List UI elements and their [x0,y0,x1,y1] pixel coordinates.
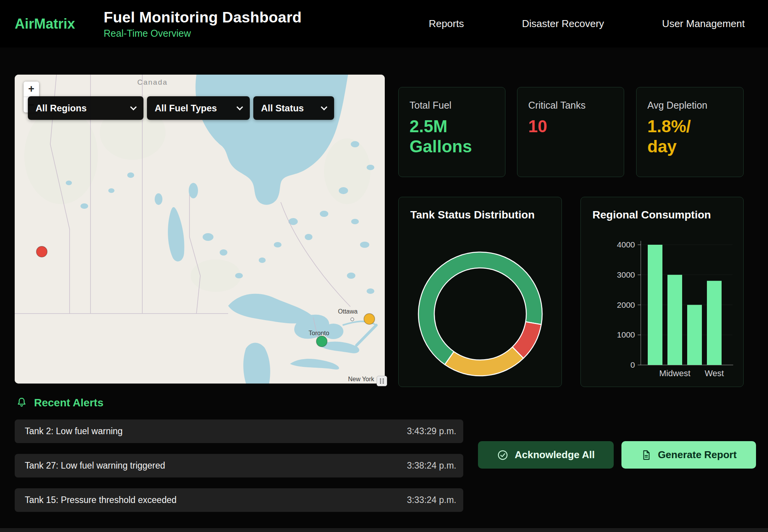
dashboard-root: AirMatrix Fuel Monitoring Dashboard Real… [0,0,768,532]
stat-label: Total Fuel [410,100,494,111]
region-filter-dropdown[interactable]: All Regions [28,96,143,120]
stat-value: 10 [528,116,600,136]
alert-timestamp: 3:43:29 p.m. [407,426,456,437]
alert-timestamp: 3:33:24 p.m. [407,495,456,505]
regional-consumption-bar-chart: 01000200030004000MidwestWest [581,234,744,387]
tank-marker-warning[interactable] [364,314,375,324]
stat-card-avg-depletion: Avg Depletion 1.8%/ day [636,87,744,177]
map-label-new-york: New York [348,376,375,382]
tank-marker-normal[interactable] [316,336,327,347]
fuel-type-filter-label: All Fuel Types [155,103,217,114]
brand-logo[interactable]: AirMatrix [15,16,75,32]
main-nav: Reports Disaster Recovery User Managemen… [429,18,768,30]
map-label-ottawa: Ottawa [338,308,358,315]
chevron-down-icon [130,104,137,110]
bar-2 [687,305,702,365]
alert-message: Tank 2: Low fuel warning [25,426,123,437]
chevron-down-icon [237,104,243,110]
stat-label: Avg Depletion [647,100,732,111]
map-panel: Canada Ottawa Toronto New York + − All R… [15,75,385,384]
title-block: Fuel Monitoring Dashboard Real-Time Over… [104,9,302,39]
nav-reports[interactable]: Reports [429,18,464,30]
map-zoom-in-button[interactable]: + [24,82,39,97]
tank-status-card: Tank Status Distribution [398,197,562,387]
grip-dots-icon [379,378,385,384]
acknowledge-all-button[interactable]: Acknowledge All [478,441,614,469]
map-filter-bar: All Regions All Fuel Types All Status [28,96,334,120]
bar-1 [667,275,682,365]
alerts-header: Recent Alerts [15,397,103,409]
tank-status-donut-chart [415,248,546,380]
nav-user-management[interactable]: User Management [662,18,745,30]
donut-segment-warning [445,347,523,376]
stat-label: Critical Tanks [528,100,613,111]
check-circle-icon [497,449,509,461]
x-tick-label: Midwest [659,368,691,378]
alert-message: Tank 27: Low fuel warning triggered [25,460,165,471]
document-icon [641,450,652,460]
map-canvas[interactable]: Canada Ottawa Toronto New York [15,75,385,384]
map-label-toronto: Toronto [309,330,329,336]
alert-message: Tank 15: Pressure threshold exceeded [25,495,177,505]
acknowledge-all-label: Acknowledge All [515,449,595,461]
ottawa-town-dot [351,318,354,321]
stat-value: 2.5M Gallons [410,116,481,157]
generate-report-label: Generate Report [658,449,737,461]
alerts-title: Recent Alerts [34,397,103,409]
status-filter-dropdown[interactable]: All Status [253,96,334,120]
y-tick-label: 0 [630,360,635,369]
tank-marker-critical[interactable] [36,246,47,257]
window-edge [0,528,768,532]
nav-disaster-recovery[interactable]: Disaster Recovery [522,18,604,30]
y-tick-label: 1000 [617,330,635,339]
fuel-type-filter-dropdown[interactable]: All Fuel Types [147,96,250,120]
alert-list-item[interactable]: Tank 2: Low fuel warning 3:43:29 p.m. [15,419,463,443]
bell-icon [15,397,28,409]
y-tick-label: 2000 [617,300,635,309]
stat-card-critical-tanks: Critical Tanks 10 [517,87,624,177]
alert-list-item[interactable]: Tank 15: Pressure threshold exceeded 3:3… [15,488,463,512]
alert-list-item[interactable]: Tank 27: Low fuel warning triggered 3:38… [15,454,463,477]
resize-grip[interactable] [377,376,387,386]
header: AirMatrix Fuel Monitoring Dashboard Real… [0,0,768,48]
bar-0 [648,245,662,365]
page-title: Fuel Monitoring Dashboard [104,9,302,26]
x-tick-label: West [705,368,724,378]
alert-timestamp: 3:38:24 p.m. [407,460,456,471]
chevron-down-icon [321,104,328,110]
chart-title: Regional Consumption [581,197,743,221]
map-svg: Canada Ottawa Toronto New York [15,75,385,384]
regional-consumption-card: Regional Consumption 01000200030004000Mi… [580,197,744,387]
region-filter-label: All Regions [36,103,87,114]
chart-title: Tank Status Distribution [399,197,561,221]
stat-value: 1.8%/ day [647,116,719,157]
generate-report-button[interactable]: Generate Report [621,441,756,469]
bar-3 [707,281,722,365]
page-subtitle: Real-Time Overview [104,28,302,39]
map-label-canada: Canada [137,78,168,86]
status-filter-label: All Status [261,103,304,114]
stat-card-total-fuel: Total Fuel 2.5M Gallons [398,87,505,177]
y-tick-label: 4000 [617,240,635,249]
y-tick-label: 3000 [617,270,635,279]
